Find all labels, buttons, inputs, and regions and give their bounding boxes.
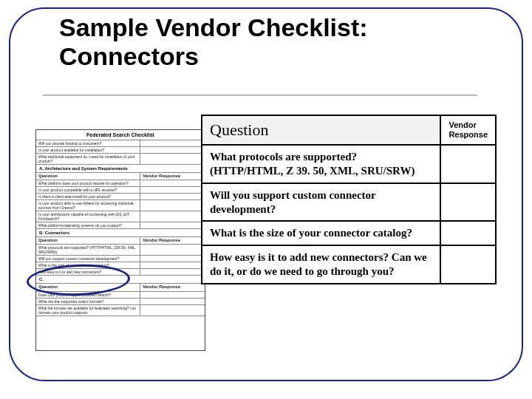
response-cell <box>440 221 496 245</box>
title-underline <box>43 95 477 96</box>
question-cell: What is the size of your connector catal… <box>202 221 440 245</box>
question-cell: What protocols are supported? (HTTP/HTML… <box>202 145 440 183</box>
table-row: How easy is it to add new connectors? Ca… <box>202 245 496 284</box>
slide-title: Sample Vendor Checklist: Connectors <box>59 13 488 71</box>
thumb-heading: Federated Search Checklist <box>36 130 205 140</box>
document-thumbnail: Federated Search Checklist Will you prov… <box>35 129 205 351</box>
response-cell <box>440 245 496 284</box>
table-row: What protocols are supported? (HTTP/HTML… <box>202 145 496 183</box>
table-header-row: Question Vendor Response <box>202 115 496 145</box>
table-row: What is the size of your connector catal… <box>202 221 496 245</box>
table-row: Will you support custom connector develo… <box>202 183 496 222</box>
question-cell: Will you support custom connector develo… <box>202 183 440 222</box>
checklist-table: Question Vendor Response What protocols … <box>201 115 497 284</box>
response-cell <box>440 145 496 183</box>
response-cell <box>440 183 496 222</box>
question-cell: How easy is it to add new connectors? Ca… <box>202 245 440 284</box>
question-header: Question <box>202 115 440 145</box>
response-header: Vendor Response <box>440 115 496 145</box>
